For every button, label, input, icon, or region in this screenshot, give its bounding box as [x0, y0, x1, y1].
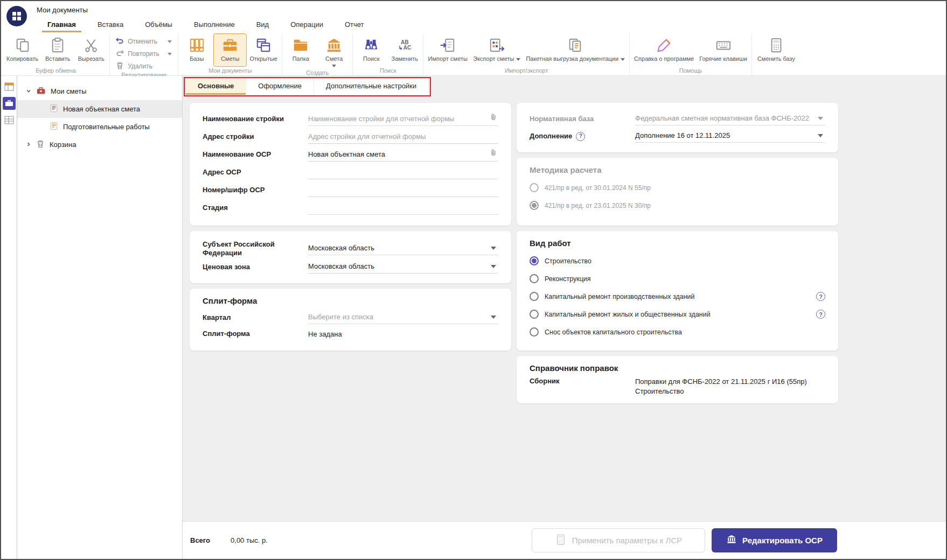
edit-osr-button[interactable]: Редактировать ОСР	[712, 528, 837, 552]
estimates-button[interactable]: Сметы	[213, 33, 247, 67]
tab-additional-settings[interactable]: Дополнительные настройки	[314, 79, 428, 95]
split-form-value: Не задана	[308, 330, 498, 338]
right-column: Нормативная база Федеральная сметная нор…	[517, 103, 838, 403]
rail-table-plain-button[interactable]	[3, 114, 16, 127]
pencil-icon	[656, 37, 672, 54]
change-base-button[interactable]: Сменить базу	[754, 33, 799, 67]
rail-estimates-button[interactable]	[3, 97, 16, 110]
radio-icon[interactable]	[530, 183, 539, 192]
tab-general[interactable]: Основные	[186, 79, 246, 95]
field-label: Сплит-форма	[203, 330, 308, 338]
cut-button[interactable]: Вырезать	[74, 33, 108, 67]
osr-name-input[interactable]	[308, 150, 498, 158]
bases-button[interactable]: Базы	[180, 33, 213, 67]
construction-address-input[interactable]	[308, 132, 498, 141]
tree-item-preparatory-works[interactable]: Подготовительные работы	[17, 118, 182, 136]
radio-icon[interactable]	[530, 292, 539, 301]
undo-dropdown-icon[interactable]	[168, 40, 172, 43]
ribbon-tab-report[interactable]: Отчет	[334, 20, 375, 32]
supplement-select[interactable]: Дополнение 16 от 12.11.2025	[635, 130, 825, 143]
osr-number-input[interactable]	[308, 186, 498, 194]
document-tree: Мои сметы Новая объектная смета Подготов…	[17, 76, 183, 559]
redo-button[interactable]: Повторить	[116, 49, 172, 59]
work-type-option-row[interactable]: Строительство	[530, 252, 825, 270]
work-type-option-row[interactable]: Реконструкция	[530, 270, 825, 288]
batch-export-button[interactable]: Пакетная выгрузка документации	[523, 33, 628, 67]
chevron-down-icon	[491, 265, 496, 268]
paperclip-icon[interactable]	[490, 149, 497, 158]
ribbon-tab-operations[interactable]: Операции	[280, 20, 334, 32]
create-folder-button[interactable]: Папка	[284, 33, 317, 69]
undo-button[interactable]: Отменить	[116, 37, 172, 46]
field-label: Субъект Российской Федерации	[203, 240, 308, 258]
ribbon-tab-main[interactable]: Главная	[37, 20, 87, 32]
method-option-row[interactable]: 421/пр в ред. от 23.01.2025 N 30/пр	[530, 197, 825, 214]
quarter-select[interactable]: Выберите из списка	[308, 311, 498, 324]
ribbon-tab-bar: Главная Вставка Объёмы Выполнение Вид Оп…	[1, 18, 946, 32]
field-label: Наименование стройки	[203, 115, 308, 123]
page-tabs: Основные Оформление Дополнительные настр…	[184, 77, 431, 96]
app-window: Мои документы Главная Вставка Объёмы Вып…	[0, 0, 947, 560]
paperclip-icon[interactable]	[490, 113, 497, 123]
radio-icon[interactable]	[530, 274, 539, 283]
delete-button[interactable]: Удалить	[116, 61, 172, 71]
about-button[interactable]: Справка о программе	[631, 33, 697, 67]
tree-item-new-object-estimate[interactable]: Новая объектная смета	[17, 100, 182, 118]
work-type-option-row[interactable]: Капитальный ремонт производственных здан…	[530, 288, 825, 305]
osr-address-input[interactable]	[308, 168, 498, 176]
paste-button[interactable]: Вставить	[41, 33, 74, 67]
region-select[interactable]: Московская область	[308, 242, 498, 255]
construction-name-input[interactable]	[308, 115, 498, 123]
copy-button[interactable]: Копировать	[4, 33, 41, 67]
help-icon[interactable]	[576, 132, 585, 141]
redo-dropdown-icon[interactable]	[168, 53, 172, 55]
content-area: Основные Оформление Дополнительные настр…	[183, 76, 946, 559]
radio-icon[interactable]	[530, 201, 539, 210]
apply-parameters-button[interactable]: Применить параметры к ЛСР	[532, 528, 705, 552]
ribbon-group-search: Поиск AB ↳AC Заменить Поиск	[353, 33, 423, 75]
method-option-row[interactable]: 421/пр в ред. от 30.01.2024 N 55/пр	[530, 179, 825, 197]
field-label: Номер/шифр ОСР	[203, 186, 308, 194]
import-estimate-button[interactable]: Импорт сметы	[425, 33, 470, 67]
stage-input[interactable]	[308, 204, 498, 212]
card-general-info: Наименование стройки Адрес стройки	[190, 103, 511, 226]
tab-formatting[interactable]: Оформление	[246, 79, 314, 95]
export-estimate-button[interactable]: Экспорт сметы	[470, 33, 523, 67]
open-documents-button[interactable]: Открытые	[247, 33, 280, 67]
estimate-bank-icon	[326, 37, 342, 54]
tree-root-my-estimates[interactable]: Мои сметы	[17, 82, 182, 100]
group-label-search: Поиск	[354, 67, 421, 75]
radio-icon[interactable]	[530, 327, 539, 337]
ribbon-tab-insert[interactable]: Вставка	[87, 20, 134, 32]
radio-icon[interactable]	[530, 310, 539, 319]
batch-dropdown-icon[interactable]	[621, 58, 625, 61]
tree-item-trash[interactable]: Корзина	[17, 136, 182, 153]
import-icon	[440, 37, 456, 54]
document-icon	[50, 104, 58, 114]
ribbon-tab-view[interactable]: Вид	[246, 20, 280, 32]
work-type-option-row[interactable]: Капитальный ремонт жилых и общественных …	[530, 305, 825, 323]
ribbon-group-import-export: Импорт сметы Экспорт сметы Пакетная выгр…	[423, 33, 630, 75]
binoculars-icon	[363, 37, 379, 54]
export-dropdown-icon[interactable]	[516, 58, 520, 61]
card-normative-base: Нормативная база Федеральная сметная нор…	[517, 103, 838, 152]
create-estimate-dropdown-icon[interactable]	[332, 65, 336, 67]
chevron-down-icon[interactable]	[26, 87, 31, 95]
card-method: Методика расчета 421/пр в ред. от 30.01.…	[517, 158, 838, 226]
radio-icon[interactable]	[530, 256, 539, 265]
create-estimate-button[interactable]: Смета	[317, 33, 351, 69]
search-button[interactable]: Поиск	[354, 33, 388, 67]
help-icon[interactable]	[816, 310, 825, 319]
help-icon[interactable]	[816, 292, 825, 301]
rail-table-colored-button[interactable]	[3, 80, 16, 93]
ribbon-tab-execution[interactable]: Выполнение	[183, 20, 246, 32]
group-label-change-base	[754, 67, 799, 75]
price-zone-select[interactable]: Московская область	[308, 261, 498, 274]
hotkeys-button[interactable]: Горячие клавиши	[697, 33, 750, 67]
ribbon-tab-volumes[interactable]: Объёмы	[134, 20, 183, 32]
group-label-help: Помощь	[631, 67, 750, 75]
chevron-right-icon[interactable]	[26, 141, 31, 149]
work-type-title: Вид работ	[530, 239, 825, 248]
replace-button[interactable]: AB ↳AC Заменить	[388, 33, 421, 67]
work-type-option-row[interactable]: Снос объектов капитального строительства	[530, 323, 825, 341]
